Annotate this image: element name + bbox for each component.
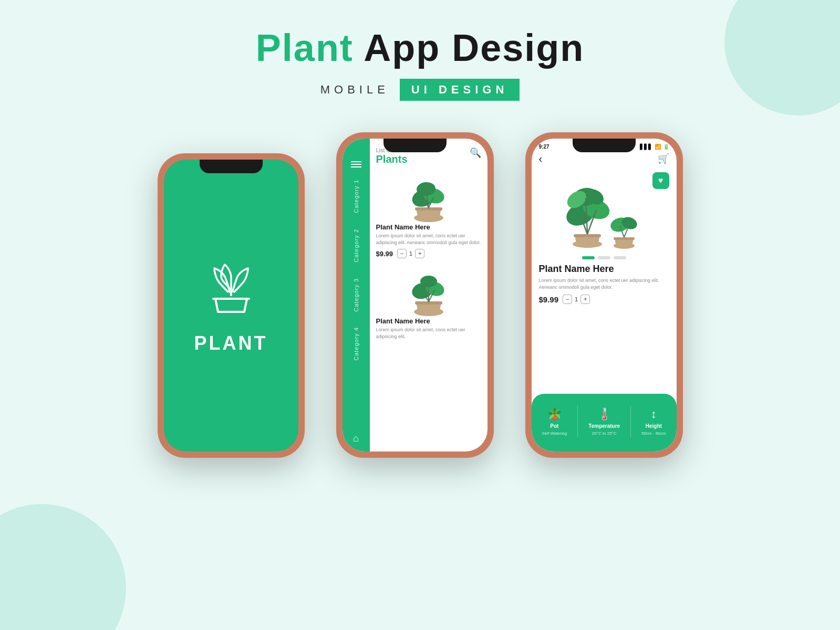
status-time: 9:27 <box>539 144 549 150</box>
info-pot: 🪴 Pot Self Watering <box>542 407 567 436</box>
temperature-label: Temperature <box>588 423 620 429</box>
battery-icon: 🔋 <box>663 144 669 150</box>
phone3-screen: 9:27 ▋▋▋ 📶 🔋 ‹ 🛒 <box>532 139 677 452</box>
plant-price-row-1: $9.99 − 1 + <box>376 249 481 258</box>
detail-plant-name: Plant Name Here <box>539 264 669 275</box>
phones-row: PLANT Category 1 Category 2 Ca <box>158 132 683 458</box>
notch2 <box>383 139 447 152</box>
detail-content: Plant Name Here Lorem ipsum dolor sit am… <box>532 264 677 304</box>
subtitle-mobile: MOBILE <box>320 83 389 97</box>
header: Plant App Design MOBILE UI DESIGN <box>256 26 584 101</box>
back-button[interactable]: ‹ <box>539 153 543 165</box>
phone1-frame: PLANT <box>158 153 305 458</box>
height-icon: ↕ <box>651 407 657 421</box>
sidebar-cat-1[interactable]: Category 1 <box>353 180 359 213</box>
plant-image-2 <box>392 265 465 317</box>
dot-3[interactable] <box>614 256 626 259</box>
detail-price-row: $9.99 − 1 + <box>539 295 669 304</box>
wifi-icon: 📶 <box>655 144 661 150</box>
qty-num-1: 1 <box>409 250 412 257</box>
detail-plant-desc: Lorem ipsum dolor sit amet, cons ectet u… <box>539 277 669 290</box>
info-height: ↕ Height 50cm - 60cm <box>641 407 666 436</box>
plant-item-1: Plant Name Here Lorem ipsum dolor sit am… <box>376 171 481 258</box>
sidebar: Category 1 Category 2 Category 3 Categor… <box>343 139 370 452</box>
pot-label: Pot <box>550 423 558 429</box>
phone2-screen: Category 1 Category 2 Category 3 Categor… <box>343 139 488 452</box>
home-icon[interactable]: ⌂ <box>353 433 359 444</box>
notch1 <box>200 160 263 173</box>
qty-minus-1[interactable]: − <box>397 249 407 258</box>
divider-2 <box>630 406 631 437</box>
splash-text: PLANT <box>194 332 268 354</box>
temperature-sub: 20°C to 25°C <box>592 431 617 436</box>
phone1-screen: PLANT <box>164 160 298 452</box>
cart-icon[interactable]: 🛒 <box>658 153 669 165</box>
height-label: Height <box>646 423 662 429</box>
plant-name-2: Plant Name Here <box>376 317 481 325</box>
list-title: Plants <box>376 153 408 165</box>
bg-circle-top-right <box>724 0 840 116</box>
sidebar-categories: Category 1 Category 2 Category 3 Categor… <box>353 180 359 433</box>
phone2-frame: Category 1 Category 2 Category 3 Categor… <box>336 132 494 458</box>
phone-detail: 9:27 ▋▋▋ 📶 🔋 ‹ 🛒 <box>525 132 683 458</box>
splash-icon <box>200 257 263 322</box>
plant-image-1 <box>392 171 465 223</box>
carousel-dots <box>532 256 677 259</box>
temperature-icon: 🌡️ <box>597 407 611 421</box>
qty-control-1: − 1 + <box>397 249 424 258</box>
bg-circle-bottom-left <box>0 504 126 630</box>
pot-icon: 🪴 <box>547 407 562 421</box>
detail-nav: ‹ 🛒 <box>532 150 677 168</box>
detail-image-container: ♥ <box>532 168 677 252</box>
phone-splash: PLANT <box>158 153 305 458</box>
pot-sub: Self Watering <box>542 431 567 436</box>
detail-qty-minus[interactable]: − <box>563 295 572 304</box>
dot-1[interactable] <box>582 256 595 259</box>
search-icon[interactable]: 🔍 <box>470 147 481 159</box>
plant-desc-1: Lorem ipsum dolor sit amet, cons ectet u… <box>376 233 481 246</box>
detail-price: $9.99 <box>539 295 559 304</box>
detail-qty-control: − 1 + <box>563 295 590 304</box>
detail-qty-plus[interactable]: + <box>580 295 590 304</box>
info-temperature: 🌡️ Temperature 20°C to 25°C <box>588 407 620 436</box>
qty-plus-1[interactable]: + <box>415 249 424 258</box>
detail-qty-num: 1 <box>575 296 578 302</box>
status-icons: ▋▋▋ 📶 🔋 <box>640 144 669 150</box>
page-title: Plant App Design <box>256 26 584 69</box>
sidebar-cat-3[interactable]: Category 3 <box>353 278 359 312</box>
sidebar-cat-2[interactable]: Category 2 <box>353 229 359 262</box>
detail-plant-image <box>546 168 662 252</box>
subtitle-row: MOBILE UI DESIGN <box>256 79 584 101</box>
phone3-frame: 9:27 ▋▋▋ 📶 🔋 ‹ 🛒 <box>525 132 683 458</box>
plant-name-1: Plant Name Here <box>376 223 481 231</box>
subtitle-ui: UI DESIGN <box>400 79 520 101</box>
favorite-button[interactable]: ♥ <box>652 172 669 189</box>
title-green: Plant <box>256 27 354 69</box>
plant-desc-2: Lorem ipsum dolor sit amet, cons ectet u… <box>376 327 481 340</box>
plant-item-2: Plant Name Here Lorem ipsum dolor sit am… <box>376 265 481 340</box>
signal-icon: ▋▋▋ <box>640 144 652 150</box>
notch3 <box>573 139 636 152</box>
menu-icon[interactable] <box>351 160 361 169</box>
divider-1 <box>577 406 578 437</box>
title-black: App Design <box>354 27 584 69</box>
plant-price-1: $9.99 <box>376 250 393 258</box>
dot-2[interactable] <box>598 256 610 259</box>
sidebar-cat-4[interactable]: Category 4 <box>353 327 359 361</box>
svg-rect-20 <box>574 234 601 237</box>
phone-list: Category 1 Category 2 Category 3 Categor… <box>336 132 494 458</box>
detail-bottom-bar: 🪴 Pot Self Watering 🌡️ Temperature 20°C … <box>532 394 677 452</box>
height-sub: 50cm - 60cm <box>641 431 666 436</box>
svg-rect-22 <box>614 237 635 240</box>
list-content: List of Plants 🔍 <box>370 139 488 452</box>
